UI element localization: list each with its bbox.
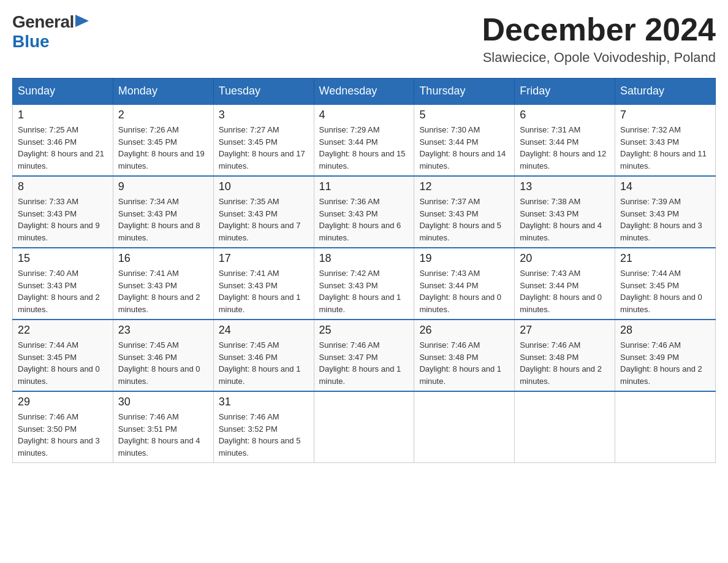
calendar-day-cell [414,391,515,463]
day-info: Sunrise: 7:25 AM Sunset: 3:46 PM Dayligh… [18,124,108,172]
day-number: 8 [18,180,108,193]
day-number: 3 [219,109,309,121]
day-number: 19 [419,252,509,265]
day-info: Sunrise: 7:35 AM Sunset: 3:43 PM Dayligh… [219,196,309,243]
page-header: General Blue December 2024 Slawiecice, O… [12,12,716,66]
calendar-day-cell: 9 Sunrise: 7:34 AM Sunset: 3:43 PM Dayli… [113,176,213,248]
day-info: Sunrise: 7:26 AM Sunset: 3:45 PM Dayligh… [118,124,208,172]
day-info: Sunrise: 7:37 AM Sunset: 3:43 PM Dayligh… [419,196,509,243]
calendar-day-cell: 30 Sunrise: 7:46 AM Sunset: 3:51 PM Dayl… [113,391,213,463]
calendar-week-row: 15 Sunrise: 7:40 AM Sunset: 3:43 PM Dayl… [13,248,716,320]
day-info: Sunrise: 7:45 AM Sunset: 3:46 PM Dayligh… [118,339,208,387]
day-number: 30 [118,396,208,408]
col-saturday: Saturday [615,79,716,105]
calendar-day-cell: 21 Sunrise: 7:44 AM Sunset: 3:45 PM Dayl… [615,248,716,320]
calendar-day-cell: 20 Sunrise: 7:43 AM Sunset: 3:44 PM Dayl… [515,248,615,320]
day-info: Sunrise: 7:46 AM Sunset: 3:48 PM Dayligh… [419,339,509,387]
location-subtitle: Slawiecice, Opole Voivodeship, Poland [482,50,716,66]
day-number: 12 [419,180,509,193]
day-number: 7 [620,109,710,121]
day-info: Sunrise: 7:44 AM Sunset: 3:45 PM Dayligh… [620,267,710,315]
col-tuesday: Tuesday [213,79,314,105]
logo: General Blue [12,12,94,52]
day-number: 29 [18,396,108,408]
col-monday: Monday [113,79,213,105]
day-info: Sunrise: 7:33 AM Sunset: 3:43 PM Dayligh… [18,196,108,243]
day-number: 25 [319,324,409,337]
day-number: 28 [620,324,710,337]
calendar-day-cell: 2 Sunrise: 7:26 AM Sunset: 3:45 PM Dayli… [113,104,213,176]
day-info: Sunrise: 7:43 AM Sunset: 3:44 PM Dayligh… [520,267,610,315]
calendar-day-cell: 23 Sunrise: 7:45 AM Sunset: 3:46 PM Dayl… [113,320,213,391]
day-number: 16 [118,252,208,265]
calendar-table: Sunday Monday Tuesday Wednesday Thursday… [12,78,716,463]
calendar-day-cell: 7 Sunrise: 7:32 AM Sunset: 3:43 PM Dayli… [615,104,716,176]
day-number: 2 [118,109,208,121]
calendar-day-cell: 18 Sunrise: 7:42 AM Sunset: 3:43 PM Dayl… [314,248,414,320]
calendar-day-cell: 15 Sunrise: 7:40 AM Sunset: 3:43 PM Dayl… [13,248,113,320]
day-number: 1 [18,109,108,121]
calendar-week-row: 8 Sunrise: 7:33 AM Sunset: 3:43 PM Dayli… [13,176,716,248]
day-info: Sunrise: 7:46 AM Sunset: 3:51 PM Dayligh… [118,411,208,459]
title-section: December 2024 Slawiecice, Opole Voivodes… [482,12,716,66]
day-number: 18 [319,252,409,265]
calendar-day-cell: 19 Sunrise: 7:43 AM Sunset: 3:44 PM Dayl… [414,248,515,320]
logo-general-text: General [12,12,74,32]
day-number: 5 [419,109,509,121]
day-info: Sunrise: 7:39 AM Sunset: 3:43 PM Dayligh… [620,196,710,243]
calendar-day-cell: 31 Sunrise: 7:46 AM Sunset: 3:52 PM Dayl… [213,391,314,463]
day-info: Sunrise: 7:27 AM Sunset: 3:45 PM Dayligh… [219,124,309,172]
col-friday: Friday [515,79,615,105]
day-number: 10 [219,180,309,193]
day-info: Sunrise: 7:46 AM Sunset: 3:50 PM Dayligh… [18,411,108,459]
col-thursday: Thursday [414,79,515,105]
calendar-day-cell [314,391,414,463]
calendar-day-cell: 12 Sunrise: 7:37 AM Sunset: 3:43 PM Dayl… [414,176,515,248]
calendar-day-cell: 26 Sunrise: 7:46 AM Sunset: 3:48 PM Dayl… [414,320,515,391]
col-wednesday: Wednesday [314,79,414,105]
calendar-day-cell: 14 Sunrise: 7:39 AM Sunset: 3:43 PM Dayl… [615,176,716,248]
col-sunday: Sunday [13,79,113,105]
day-info: Sunrise: 7:30 AM Sunset: 3:44 PM Dayligh… [419,124,509,172]
day-info: Sunrise: 7:41 AM Sunset: 3:43 PM Dayligh… [219,267,309,315]
logo-blue-text: Blue [12,32,50,52]
day-info: Sunrise: 7:32 AM Sunset: 3:43 PM Dayligh… [620,124,710,172]
day-number: 9 [118,180,208,193]
day-number: 11 [319,180,409,193]
logo-arrow-icon [75,12,94,30]
day-number: 31 [219,396,309,408]
day-info: Sunrise: 7:36 AM Sunset: 3:43 PM Dayligh… [319,196,409,243]
day-number: 26 [419,324,509,337]
day-info: Sunrise: 7:45 AM Sunset: 3:46 PM Dayligh… [219,339,309,387]
calendar-day-cell: 29 Sunrise: 7:46 AM Sunset: 3:50 PM Dayl… [13,391,113,463]
calendar-header-row: Sunday Monday Tuesday Wednesday Thursday… [13,79,716,105]
day-number: 17 [219,252,309,265]
calendar-day-cell [615,391,716,463]
day-info: Sunrise: 7:42 AM Sunset: 3:43 PM Dayligh… [319,267,409,315]
day-info: Sunrise: 7:41 AM Sunset: 3:43 PM Dayligh… [118,267,208,315]
calendar-day-cell: 3 Sunrise: 7:27 AM Sunset: 3:45 PM Dayli… [213,104,314,176]
calendar-day-cell: 22 Sunrise: 7:44 AM Sunset: 3:45 PM Dayl… [13,320,113,391]
day-info: Sunrise: 7:46 AM Sunset: 3:48 PM Dayligh… [520,339,610,387]
calendar-day-cell: 6 Sunrise: 7:31 AM Sunset: 3:44 PM Dayli… [515,104,615,176]
svg-marker-0 [75,15,89,27]
day-number: 4 [319,109,409,121]
day-number: 6 [520,109,610,121]
day-number: 20 [520,252,610,265]
day-number: 13 [520,180,610,193]
day-number: 22 [18,324,108,337]
month-title: December 2024 [482,12,716,47]
day-number: 23 [118,324,208,337]
calendar-day-cell [515,391,615,463]
calendar-day-cell: 24 Sunrise: 7:45 AM Sunset: 3:46 PM Dayl… [213,320,314,391]
calendar-day-cell: 10 Sunrise: 7:35 AM Sunset: 3:43 PM Dayl… [213,176,314,248]
day-info: Sunrise: 7:46 AM Sunset: 3:52 PM Dayligh… [219,411,309,459]
calendar-day-cell: 5 Sunrise: 7:30 AM Sunset: 3:44 PM Dayli… [414,104,515,176]
calendar-week-row: 1 Sunrise: 7:25 AM Sunset: 3:46 PM Dayli… [13,104,716,176]
day-number: 15 [18,252,108,265]
day-info: Sunrise: 7:31 AM Sunset: 3:44 PM Dayligh… [520,124,610,172]
day-info: Sunrise: 7:46 AM Sunset: 3:49 PM Dayligh… [620,339,710,387]
calendar-day-cell: 13 Sunrise: 7:38 AM Sunset: 3:43 PM Dayl… [515,176,615,248]
calendar-day-cell: 25 Sunrise: 7:46 AM Sunset: 3:47 PM Dayl… [314,320,414,391]
calendar-day-cell: 16 Sunrise: 7:41 AM Sunset: 3:43 PM Dayl… [113,248,213,320]
